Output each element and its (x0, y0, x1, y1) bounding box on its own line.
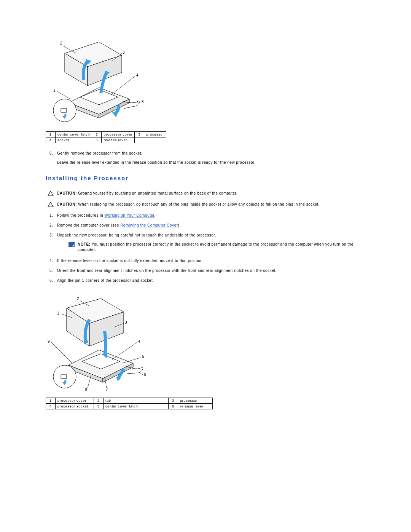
fig2-label-5: 5 (142, 355, 144, 359)
caution-pins: CAUTION: When replacing the processor, d… (46, 202, 365, 207)
figure1-callout-table: 1center cover latch 2processor cover 3pr… (46, 131, 166, 143)
note-position-processor: NOTE: You must position the processor co… (67, 242, 365, 252)
install-step-5: 5. Orient the front and rear alignment-n… (49, 268, 365, 273)
removal-step-6: 6. Gently remove the processor from the … (49, 151, 365, 165)
processor-install-diagram: 1 2 3 4 5 6 7 8 9 (46, 293, 145, 392)
install-step-list: 1. Follow the procedures in Working on Y… (46, 213, 365, 283)
fig2-label-3: 3 (125, 320, 127, 324)
fig2-label-8: 8 (85, 387, 87, 391)
fig1-label-3: 3 (123, 50, 125, 54)
fig2-label-6: 6 (144, 373, 146, 377)
svg-line-5 (57, 91, 70, 99)
fig2-label-2: 2 (77, 297, 79, 301)
fig2-label-1: 1 (57, 311, 59, 315)
svg-line-23 (51, 342, 72, 363)
figure2-callout-table: 1processor cover 2tab 3processor 4proces… (46, 398, 213, 409)
fig1-label-1: 1 (53, 88, 56, 93)
removal-step-list: 6. Gently remove the processor from the … (46, 151, 365, 165)
link-working-on-computer[interactable]: Working on Your Computer (104, 213, 154, 217)
install-step-2: 2. Remove the computer cover (see Removi… (49, 223, 365, 228)
install-step-1: 1. Follow the procedures in Working on Y… (49, 213, 365, 218)
processor-removal-diagram: 1 2 3 4 5 (46, 34, 145, 126)
link-removing-cover[interactable]: Removing the Computer Cover (120, 223, 178, 227)
fig1-label-5: 5 (142, 100, 144, 104)
fig2-label-4: 4 (138, 339, 140, 343)
caution-ground: CAUTION: Ground yourself by touching an … (46, 191, 365, 196)
fig1-label-2: 2 (60, 41, 62, 45)
install-step-4: 4. If the release lever on the socket is… (49, 258, 365, 264)
install-step-6: 6. Align the pin-1 corners of the proces… (49, 278, 365, 283)
fig2-label-9: 9 (48, 339, 50, 343)
svg-marker-12 (116, 377, 121, 381)
install-step-3: 3. Unpack the new processor, being caref… (49, 233, 365, 252)
svg-line-18 (112, 342, 137, 359)
fig1-label-4: 4 (136, 73, 139, 77)
section-heading-installing: Installing the Processor (46, 175, 365, 181)
caution-triangle-icon (48, 191, 54, 196)
svg-line-8 (110, 76, 135, 95)
fig2-label-7: 7 (106, 387, 108, 391)
note-icon (68, 242, 75, 247)
caution-triangle-icon (48, 202, 54, 207)
svg-line-20 (139, 372, 143, 375)
svg-marker-2 (112, 112, 118, 117)
